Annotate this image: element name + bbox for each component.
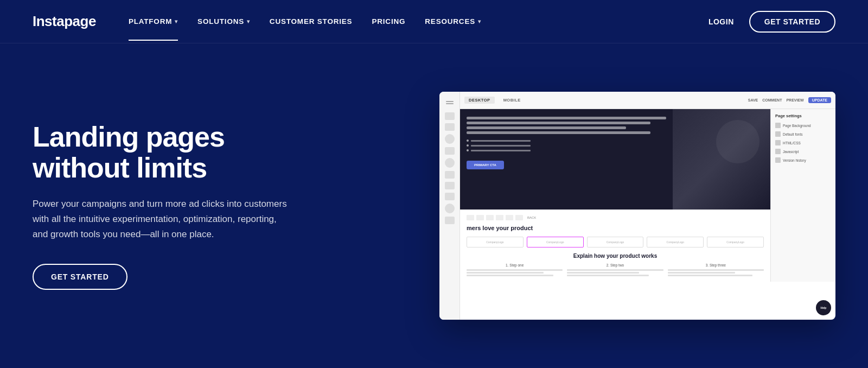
chevron-down-icon: ▾: [175, 18, 178, 24]
desktop-tab[interactable]: DESKTOP: [464, 97, 495, 104]
chevron-down-icon: ▾: [247, 18, 250, 24]
mockup-sidebar-item: [445, 147, 455, 155]
mockup-panel-item: Page Background: [775, 123, 831, 128]
mockup-logos-row: CompanyLogo CompanyLogo CompanyLogo Comp…: [467, 237, 764, 248]
mockup-mini-toolbar: BACK: [467, 215, 764, 220]
hero-section: Landing pages without limits Power your …: [0, 43, 868, 368]
mockup-logo: CompanyLogo: [647, 237, 704, 248]
nav-item-pricing[interactable]: PRICING: [372, 17, 405, 26]
mockup-logo: CompanyLogo: [527, 237, 584, 248]
navbar: Instapage PLATFORM ▾ SOLUTIONS ▾ CUSTOME…: [0, 0, 868, 43]
nav-item-solutions[interactable]: SOLUTIONS ▾: [197, 17, 250, 26]
mockup-white-section: BACK mers love your product CompanyLogo …: [460, 210, 770, 282]
update-button[interactable]: UPDATE: [808, 97, 831, 103]
mockup-step-1: 1. Step one: [467, 263, 563, 276]
hero-cta-button[interactable]: GET STARTED: [33, 264, 127, 290]
mockup-sidebar-item: [445, 204, 455, 213]
nav-item-customer-stories[interactable]: CUSTOMER STORIES: [270, 17, 353, 26]
hero-image: DESKTOP MOBILE SAVE COMMENT PREVIEW UPDA…: [315, 43, 835, 368]
help-badge[interactable]: Help: [816, 300, 831, 315]
comment-button[interactable]: COMMENT: [762, 98, 782, 102]
nav-links: PLATFORM ▾ SOLUTIONS ▾ CUSTOMER STORIES …: [129, 17, 709, 26]
mobile-tab[interactable]: MOBILE: [499, 97, 525, 104]
mockup-sidebar-item: [445, 123, 455, 131]
mockup-sidebar-item: [445, 134, 455, 144]
mockup-logo: CompanyLogo: [707, 237, 764, 248]
chevron-down-icon: ▾: [478, 18, 481, 24]
mockup-steps-heading: Explain how your product works: [467, 253, 764, 259]
mockup-toolbar-right: SAVE COMMENT PREVIEW UPDATE: [748, 97, 831, 103]
mockup-toolbar: DESKTOP MOBILE SAVE COMMENT PREVIEW UPDA…: [460, 92, 835, 109]
nav-item-resources[interactable]: RESOURCES ▾: [425, 17, 481, 26]
hero-title: Landing pages without limits: [33, 122, 293, 183]
mockup-panel-title: Page settings: [775, 113, 831, 118]
preview-button[interactable]: PREVIEW: [786, 98, 803, 102]
mockup-image: [673, 109, 770, 210]
save-button[interactable]: SAVE: [748, 98, 758, 102]
mockup-step-3: 3. Step three: [668, 263, 764, 276]
mockup-panel-item: Javascript: [775, 149, 831, 154]
mockup-text-content: Primary CTA: [460, 109, 673, 210]
login-button[interactable]: LOGIN: [709, 17, 734, 26]
mockup-sidebar-item: [445, 193, 455, 200]
mockup-main: DESKTOP MOBILE SAVE COMMENT PREVIEW UPDA…: [460, 92, 835, 320]
hero-subtitle: Power your campaigns and turn more ad cl…: [33, 196, 293, 242]
logo[interactable]: Instapage: [33, 13, 96, 30]
mockup-cta: Primary CTA: [467, 161, 504, 169]
product-mockup: DESKTOP MOBILE SAVE COMMENT PREVIEW UPDA…: [439, 92, 835, 320]
mockup-sidebar-item: [445, 217, 455, 224]
nav-right: LOGIN GET STARTED: [709, 11, 835, 33]
mockup-sidebar-item: [445, 182, 455, 189]
mockup-sidebar-item: [445, 171, 455, 179]
mockup-logo: CompanyLogo: [467, 237, 524, 248]
mockup-logo: CompanyLogo: [587, 237, 644, 248]
mockup-sidebar: [439, 92, 460, 320]
get-started-nav-button[interactable]: GET STARTED: [749, 11, 835, 33]
mockup-canvas: Primary CTA: [460, 109, 835, 320]
mockup-sidebar-item: [445, 158, 455, 168]
mockup-right-panel: Page settings Page Background Default fo…: [770, 109, 835, 282]
mockup-dark-section: Primary CTA: [460, 109, 770, 210]
nav-item-platform[interactable]: PLATFORM ▾: [129, 17, 178, 26]
mockup-sidebar-item: [445, 112, 455, 120]
mockup-panel-item: Default fonts: [775, 131, 831, 137]
mockup-steps: 1. Step one 2. Step two: [467, 263, 764, 276]
mockup-panel-item: HTML/CSS: [775, 140, 831, 145]
hero-text: Landing pages without limits Power your …: [33, 122, 315, 290]
mockup-sidebar-icon: [443, 96, 456, 109]
mockup-panel-item: Version history: [775, 157, 831, 163]
mockup-section-heading: mers love your product: [467, 225, 764, 231]
mockup-step-2: 2. Step two: [567, 263, 663, 276]
